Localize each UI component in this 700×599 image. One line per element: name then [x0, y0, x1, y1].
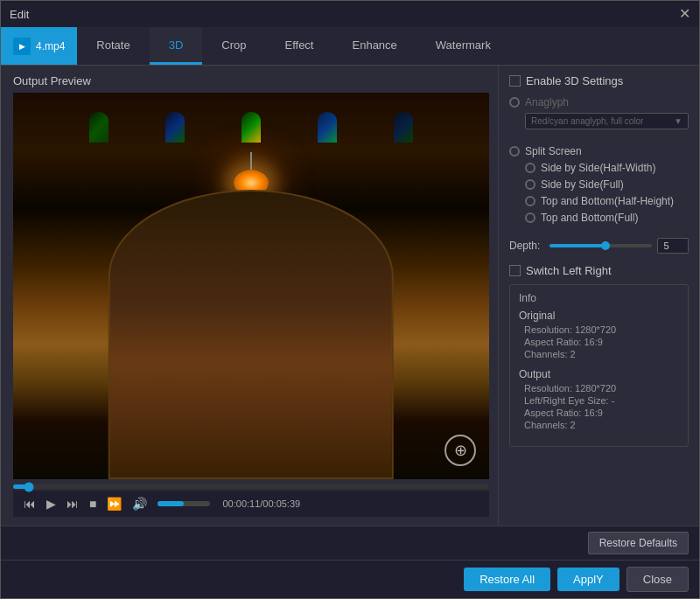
skip-back-button[interactable]: ⏮ — [20, 496, 39, 512]
anaglyph-label: Anaglyph — [525, 96, 569, 108]
close-button[interactable]: Close — [626, 567, 689, 592]
restore-all-button[interactable]: Restore All — [464, 568, 550, 591]
side-by-side-full-row: Side by Side(Full) — [525, 178, 689, 191]
anaglyph-dropdown-value: Red/cyan anaglyph, full color — [531, 116, 643, 126]
window-title: Edit — [10, 8, 29, 21]
split-screen-radio[interactable] — [509, 146, 520, 157]
title-bar: Edit ✕ — [1, 1, 699, 27]
restore-defaults-button[interactable]: Restore Defaults — [588, 532, 689, 554]
controls-bar: ⏮ ▶ ⏭ ■ ⏩ 🔊 00:00:11/00:05:39 — [13, 491, 489, 517]
output-aspect: Aspect Ratio: 16:9 — [519, 407, 679, 418]
right-panel: Enable 3D Settings Anaglyph Red/cyan ana… — [498, 66, 699, 526]
stained-window-5 — [394, 112, 413, 143]
top-bottom-full-label: Top and Bottom(Full) — [541, 212, 638, 224]
enable-3d-checkbox[interactable] — [509, 75, 521, 87]
anaglyph-group: Anaglyph Red/cyan anaglyph, full color ▼ — [509, 96, 689, 138]
enable-3d-label: Enable 3D Settings — [526, 74, 623, 87]
split-screen-group: Split Screen Side by Side(Half-Width) Si… — [509, 145, 689, 231]
file-tab-label: 4.mp4 — [36, 40, 65, 52]
tab-bar: ▶ 4.mp4 Rotate 3D Crop Effect Enhance Wa… — [1, 27, 699, 66]
anaglyph-dropdown[interactable]: Red/cyan anaglyph, full color ▼ — [525, 113, 689, 129]
original-aspect: Aspect Ratio: 16:9 — [519, 337, 679, 347]
tab-rotate[interactable]: Rotate — [77, 27, 149, 65]
top-bottom-half-label: Top and Bottom(Half-Height) — [541, 195, 674, 207]
side-by-side-half-row: Side by Side(Half-Width) — [525, 162, 689, 174]
depth-label: Depth: — [509, 240, 544, 252]
skip-forward-button[interactable]: ⏭ — [63, 496, 82, 512]
compass-icon: ⊕ — [444, 435, 476, 466]
anaglyph-radio[interactable] — [509, 97, 520, 108]
anaglyph-dropdown-wrap: Red/cyan anaglyph, full color ▼ — [525, 113, 689, 129]
split-screen-options: Side by Side(Half-Width) Side by Side(Fu… — [525, 162, 689, 224]
depth-slider-fill — [550, 244, 606, 247]
stained-window-2 — [165, 112, 185, 143]
windows-row — [13, 112, 489, 143]
file-icon: ▶ — [13, 38, 31, 55]
volume-fill — [158, 501, 184, 506]
dropdown-arrow: ▼ — [674, 116, 682, 126]
split-screen-label: Split Screen — [525, 145, 582, 157]
output-resolution: Resolution: 1280*720 — [519, 383, 679, 394]
top-bottom-full-row: Top and Bottom(Full) — [525, 212, 689, 224]
anaglyph-row: Anaglyph — [509, 96, 689, 108]
depth-slider-thumb[interactable] — [601, 241, 610, 250]
video-preview: ⊕ — [13, 93, 489, 479]
seek-thumb[interactable] — [24, 482, 33, 491]
enable-3d-row: Enable 3D Settings — [509, 74, 689, 87]
info-box: Info Original Resolution: 1280*720 Aspec… — [509, 284, 689, 447]
preview-area: Output Preview — [1, 66, 498, 526]
bottom-actions: Restore All ApplY Close — [1, 560, 699, 598]
tab-crop[interactable]: Crop — [202, 27, 265, 65]
next-frame-button[interactable]: ⏩ — [103, 496, 125, 512]
original-resolution: Resolution: 1280*720 — [519, 324, 679, 335]
tab-3d[interactable]: 3D — [150, 27, 203, 65]
window-close-button[interactable]: ✕ — [679, 7, 690, 21]
depth-row: Depth: — [509, 238, 689, 254]
side-by-side-full-label: Side by Side(Full) — [541, 178, 624, 191]
output-info: Output Resolution: 1280*720 Left/Right E… — [519, 368, 679, 430]
switch-lr-label: Switch Left Right — [526, 264, 612, 277]
top-bottom-half-radio[interactable] — [525, 196, 536, 206]
output-preview-label: Output Preview — [13, 74, 489, 87]
tab-watermark[interactable]: Watermark — [416, 27, 510, 65]
edit-window: Edit ✕ ▶ 4.mp4 Rotate 3D Crop Effect Enh… — [0, 0, 700, 599]
time-display: 00:00:11/00:05:39 — [222, 498, 300, 509]
stop-button[interactable]: ■ — [86, 496, 100, 512]
info-title: Info — [519, 292, 679, 304]
volume-control: 🔊 — [129, 496, 214, 512]
file-tab[interactable]: ▶ 4.mp4 — [1, 27, 77, 65]
main-content: Output Preview — [1, 66, 699, 526]
tab-enhance[interactable]: Enhance — [333, 27, 416, 65]
tab-effect[interactable]: Effect — [265, 27, 332, 65]
switch-left-right-row: Switch Left Right — [509, 264, 689, 277]
output-label: Output — [519, 368, 679, 380]
output-eye-size: Left/Right Eye Size: - — [519, 395, 679, 406]
switch-lr-checkbox[interactable] — [509, 265, 521, 276]
seek-bar-container — [13, 479, 489, 491]
main-seek-bar[interactable] — [13, 484, 489, 489]
church-arch — [108, 190, 394, 480]
stained-window-3 — [242, 112, 261, 143]
side-by-side-half-label: Side by Side(Half-Width) — [541, 162, 655, 174]
volume-icon[interactable]: 🔊 — [129, 496, 150, 512]
depth-spinbox[interactable] — [657, 238, 689, 254]
play-button[interactable]: ▶ — [43, 496, 60, 512]
side-by-side-half-radio[interactable] — [525, 163, 536, 173]
top-bottom-full-radio[interactable] — [525, 212, 536, 223]
video-bg: ⊕ — [13, 93, 489, 479]
stained-window-4 — [318, 112, 337, 143]
bottom-section: Restore Defaults Restore All ApplY Close — [1, 526, 699, 598]
output-channels: Channels: 2 — [519, 420, 679, 430]
side-by-side-full-radio[interactable] — [525, 179, 536, 190]
original-info: Original Resolution: 1280*720 Aspect Rat… — [519, 310, 679, 359]
top-bottom-half-row: Top and Bottom(Half-Height) — [525, 195, 689, 207]
apply-button[interactable]: ApplY — [557, 568, 620, 591]
volume-slider[interactable] — [158, 501, 210, 506]
depth-slider[interactable] — [550, 244, 652, 247]
stained-window-1 — [89, 112, 108, 143]
original-channels: Channels: 2 — [519, 349, 679, 359]
original-label: Original — [519, 310, 679, 322]
split-screen-row: Split Screen — [509, 145, 689, 157]
